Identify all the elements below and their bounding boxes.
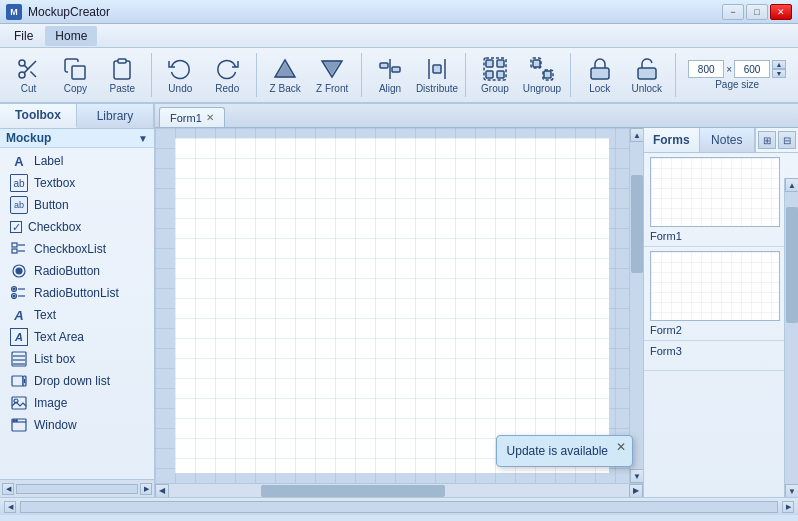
redo-button[interactable]: Redo xyxy=(205,50,250,100)
tool-item-button[interactable]: ab Button xyxy=(0,194,154,216)
svg-rect-22 xyxy=(533,60,540,67)
tool-item-radiobutton[interactable]: RadioButton xyxy=(0,260,154,282)
maximize-button[interactable]: □ xyxy=(746,4,768,20)
group-button[interactable]: Group xyxy=(472,50,517,100)
form-item-form1[interactable]: Form1 xyxy=(644,153,798,247)
window-controls: − □ ✕ xyxy=(722,4,792,20)
toolbox-scroll-left[interactable]: ◀ xyxy=(2,483,14,495)
page-size-up[interactable]: ▲ xyxy=(772,60,786,69)
textarea-icon: A xyxy=(10,328,28,346)
paste-button[interactable]: Paste xyxy=(100,50,145,100)
tool-item-text[interactable]: A Text xyxy=(0,304,154,326)
zfront-label: Z Front xyxy=(316,83,348,94)
toolbox-panel: Toolbox Library Mockup ▼ A Label ab Text… xyxy=(0,104,155,497)
unlock-button[interactable]: Unlock xyxy=(624,50,669,100)
svg-point-51 xyxy=(16,420,18,422)
toolbox-category-arrow[interactable]: ▼ xyxy=(138,133,148,144)
tool-item-radiobuttonlist[interactable]: RadioButtonList xyxy=(0,282,154,304)
copy-button[interactable]: Copy xyxy=(53,50,98,100)
tool-item-label[interactable]: A Label xyxy=(0,150,154,172)
form3-label: Form3 xyxy=(650,345,792,357)
update-close-button[interactable]: ✕ xyxy=(616,440,626,454)
svg-point-50 xyxy=(13,420,15,422)
scissors-icon xyxy=(16,57,40,81)
svg-rect-20 xyxy=(497,71,504,78)
toolbar-sep-6 xyxy=(675,53,676,97)
page-size-down[interactable]: ▼ xyxy=(772,69,786,78)
svg-point-33 xyxy=(16,268,22,274)
tool-item-checkboxlist[interactable]: CheckboxList xyxy=(0,238,154,260)
ungroup-button[interactable]: Ungroup xyxy=(519,50,564,100)
right-panel-add[interactable]: ⊞ xyxy=(758,131,776,149)
zfront-button[interactable]: Z Front xyxy=(310,50,355,100)
group-label: Group xyxy=(481,83,509,94)
svg-rect-18 xyxy=(497,60,504,67)
status-scroll-right[interactable]: ▶ xyxy=(782,501,794,513)
svg-rect-26 xyxy=(591,68,609,79)
status-scroll-track[interactable] xyxy=(20,501,778,513)
form-item-form2[interactable]: Form2 xyxy=(644,247,798,341)
tool-item-textarea[interactable]: A Text Area xyxy=(0,326,154,348)
right-vscroll-up[interactable]: ▲ xyxy=(785,178,798,192)
menu-home[interactable]: Home xyxy=(45,26,97,46)
tool-item-textbox[interactable]: ab Textbox xyxy=(0,172,154,194)
right-tab-notes[interactable]: Notes xyxy=(700,128,756,152)
tool-button-text: Button xyxy=(34,198,69,212)
tool-item-dropdown[interactable]: Drop down list xyxy=(0,370,154,392)
tool-radiobutton-text: RadioButton xyxy=(34,264,100,278)
canvas-vscroll-down[interactable]: ▼ xyxy=(630,469,643,483)
toolbar-sep-1 xyxy=(151,53,152,97)
redo-label: Redo xyxy=(215,83,239,94)
close-button[interactable]: ✕ xyxy=(770,4,792,20)
zback-button[interactable]: Z Back xyxy=(263,50,308,100)
toolbar-sep-4 xyxy=(465,53,466,97)
right-vscroll-down[interactable]: ▼ xyxy=(785,484,798,497)
toolbar-sep-2 xyxy=(256,53,257,97)
align-button[interactable]: Align xyxy=(368,50,413,100)
tool-item-image[interactable]: Image xyxy=(0,392,154,414)
image-icon xyxy=(10,394,28,412)
tool-listbox-text: List box xyxy=(34,352,75,366)
cut-button[interactable]: Cut xyxy=(6,50,51,100)
tab-library[interactable]: Library xyxy=(77,104,154,128)
right-panel-grid[interactable]: ⊟ xyxy=(778,131,796,149)
canvas-tab-close[interactable]: ✕ xyxy=(206,112,214,123)
canvas-hscroll-track[interactable] xyxy=(169,484,629,498)
svg-point-0 xyxy=(19,60,25,66)
page-size-separator: × xyxy=(726,64,732,75)
svg-rect-27 xyxy=(638,68,656,79)
tool-item-checkbox[interactable]: ✓ Checkbox xyxy=(0,216,154,238)
redo-icon xyxy=(215,57,239,81)
canvas-hscroll: ◀ ▶ xyxy=(155,483,643,497)
page-height-input[interactable] xyxy=(734,60,770,78)
canvas-tab-form1[interactable]: Form1 ✕ xyxy=(159,107,225,127)
undo-button[interactable]: Undo xyxy=(158,50,203,100)
tool-item-window[interactable]: Window xyxy=(0,414,154,436)
distribute-button[interactable]: Distribute xyxy=(415,50,460,100)
copy-icon xyxy=(63,57,87,81)
minimize-button[interactable]: − xyxy=(722,4,744,20)
canvas-hscroll-right[interactable]: ▶ xyxy=(629,484,643,498)
menu-file[interactable]: File xyxy=(4,26,43,46)
right-tab-forms[interactable]: Forms xyxy=(644,128,700,152)
right-vscroll-track[interactable] xyxy=(785,192,798,484)
lock-button[interactable]: Lock xyxy=(577,50,622,100)
form-item-form3[interactable]: Form3 xyxy=(644,341,798,371)
tool-item-listbox[interactable]: List box xyxy=(0,348,154,370)
canvas[interactable] xyxy=(155,128,629,483)
toolbox-hscroll-track[interactable] xyxy=(16,484,138,494)
tab-toolbox[interactable]: Toolbox xyxy=(0,104,77,128)
tool-text-text: Text xyxy=(34,308,56,322)
tool-dropdown-text: Drop down list xyxy=(34,374,110,388)
canvas-vscroll-up[interactable]: ▲ xyxy=(630,128,643,142)
page-width-input[interactable] xyxy=(688,60,724,78)
canvas-hscroll-left[interactable]: ◀ xyxy=(155,484,169,498)
copy-label: Copy xyxy=(64,83,87,94)
checkbox-icon: ✓ xyxy=(10,221,22,233)
tool-image-text: Image xyxy=(34,396,67,410)
status-scroll-left[interactable]: ◀ xyxy=(4,501,16,513)
tab-bar: Form1 ✕ xyxy=(155,104,798,128)
canvas-vscroll-track[interactable] xyxy=(630,142,643,469)
toolbox-scroll-right[interactable]: ▶ xyxy=(140,483,152,495)
dropdown-icon xyxy=(10,372,28,390)
